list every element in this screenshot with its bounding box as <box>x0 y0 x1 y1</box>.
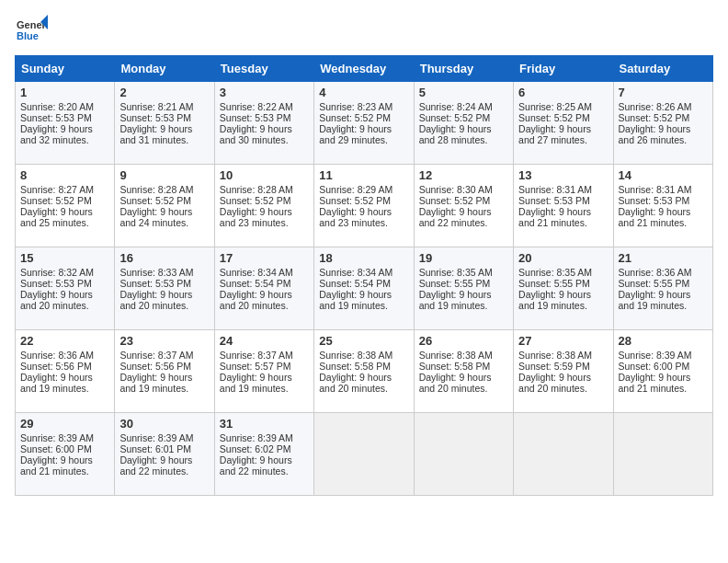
day-info: Sunrise: 8:26 AM <box>619 101 708 112</box>
day-number: 31 <box>220 417 309 431</box>
week-row-5: 29Sunrise: 8:39 AMSunset: 6:00 PMDayligh… <box>16 413 713 496</box>
calendar-cell: 22Sunrise: 8:36 AMSunset: 5:56 PMDayligh… <box>16 330 115 413</box>
day-info: Daylight: 9 hours and 20 minutes. <box>20 289 109 311</box>
week-row-3: 15Sunrise: 8:32 AMSunset: 5:53 PMDayligh… <box>16 247 713 330</box>
calendar-cell: 13Sunrise: 8:31 AMSunset: 5:53 PMDayligh… <box>514 165 613 247</box>
calendar-cell: 21Sunrise: 8:36 AMSunset: 5:55 PMDayligh… <box>613 247 712 330</box>
day-info: Daylight: 9 hours and 19 minutes. <box>619 289 708 311</box>
day-info: Sunset: 5:59 PM <box>518 361 608 372</box>
day-number: 16 <box>119 251 209 265</box>
calendar-cell: 6Sunrise: 8:25 AMSunset: 5:52 PMDaylight… <box>514 82 613 165</box>
day-info: Sunrise: 8:28 AM <box>119 184 209 195</box>
day-info: Sunrise: 8:21 AM <box>119 101 209 112</box>
day-info: Sunset: 5:52 PM <box>518 112 608 123</box>
day-number: 29 <box>20 417 109 431</box>
day-info: Daylight: 9 hours and 22 minutes. <box>119 454 209 477</box>
day-info: Sunset: 5:53 PM <box>20 278 109 289</box>
day-info: Daylight: 9 hours and 19 minutes. <box>20 372 109 394</box>
day-info: Sunset: 5:58 PM <box>419 361 508 372</box>
calendar-cell: 2Sunrise: 8:21 AMSunset: 5:53 PMDaylight… <box>115 82 214 165</box>
day-info: Sunset: 5:52 PM <box>319 195 408 206</box>
day-info: Sunset: 5:52 PM <box>419 195 508 206</box>
day-number: 23 <box>119 334 209 348</box>
day-info: Sunrise: 8:36 AM <box>619 267 708 278</box>
day-info: Sunrise: 8:35 AM <box>518 267 608 278</box>
day-info: Daylight: 9 hours and 19 minutes. <box>119 372 209 394</box>
day-info: Daylight: 9 hours and 29 minutes. <box>319 123 408 145</box>
day-number: 21 <box>619 251 708 265</box>
day-info: Daylight: 9 hours and 21 minutes. <box>619 206 708 228</box>
day-info: Sunrise: 8:36 AM <box>20 350 109 361</box>
day-info: Sunset: 5:56 PM <box>119 361 209 372</box>
day-info: Sunrise: 8:27 AM <box>20 184 109 195</box>
day-info: Daylight: 9 hours and 22 minutes. <box>220 454 309 477</box>
day-info: Sunrise: 8:39 AM <box>20 432 109 443</box>
day-info: Sunset: 5:53 PM <box>119 112 209 123</box>
day-number: 14 <box>619 168 708 182</box>
day-number: 9 <box>119 168 209 182</box>
week-row-4: 22Sunrise: 8:36 AMSunset: 5:56 PMDayligh… <box>16 330 713 413</box>
day-info: Sunrise: 8:31 AM <box>518 184 608 195</box>
calendar-cell: 17Sunrise: 8:34 AMSunset: 5:54 PMDayligh… <box>214 247 313 330</box>
day-info: Sunrise: 8:32 AM <box>20 267 109 278</box>
calendar-cell: 14Sunrise: 8:31 AMSunset: 5:53 PMDayligh… <box>613 165 712 247</box>
day-info: Sunset: 6:00 PM <box>20 443 109 454</box>
calendar-cell: 9Sunrise: 8:28 AMSunset: 5:52 PMDaylight… <box>115 165 214 247</box>
day-info: Sunset: 5:55 PM <box>419 278 508 289</box>
col-header-sunday: Sunday <box>16 56 115 82</box>
calendar-cell: 25Sunrise: 8:38 AMSunset: 5:58 PMDayligh… <box>314 330 414 413</box>
day-info: Sunrise: 8:33 AM <box>119 267 209 278</box>
day-number: 6 <box>518 86 608 99</box>
day-info: Sunset: 5:52 PM <box>220 195 309 206</box>
calendar-cell: 24Sunrise: 8:37 AMSunset: 5:57 PMDayligh… <box>214 330 313 413</box>
day-info: Sunset: 5:53 PM <box>20 112 109 123</box>
calendar-cell: 31Sunrise: 8:39 AMSunset: 6:02 PMDayligh… <box>214 413 313 496</box>
day-info: Daylight: 9 hours and 28 minutes. <box>419 123 508 145</box>
day-info: Daylight: 9 hours and 31 minutes. <box>119 123 209 145</box>
day-number: 25 <box>319 334 408 348</box>
day-info: Daylight: 9 hours and 30 minutes. <box>220 123 309 145</box>
calendar-cell: 12Sunrise: 8:30 AMSunset: 5:52 PMDayligh… <box>414 165 513 247</box>
calendar-cell <box>613 413 712 496</box>
day-info: Sunrise: 8:29 AM <box>319 184 408 195</box>
day-info: Sunrise: 8:22 AM <box>220 101 309 112</box>
week-row-1: 1Sunrise: 8:20 AMSunset: 5:53 PMDaylight… <box>16 82 713 165</box>
day-info: Sunset: 5:53 PM <box>119 278 209 289</box>
day-number: 10 <box>220 168 309 182</box>
day-number: 12 <box>419 168 508 182</box>
calendar-cell: 27Sunrise: 8:38 AMSunset: 5:59 PMDayligh… <box>514 330 613 413</box>
day-number: 7 <box>619 86 708 99</box>
logo: General Blue <box>15 15 48 48</box>
day-info: Daylight: 9 hours and 19 minutes. <box>319 289 408 311</box>
day-number: 11 <box>319 168 408 182</box>
calendar-cell: 8Sunrise: 8:27 AMSunset: 5:52 PMDaylight… <box>16 165 115 247</box>
day-info: Sunset: 5:55 PM <box>518 278 608 289</box>
calendar-cell: 11Sunrise: 8:29 AMSunset: 5:52 PMDayligh… <box>314 165 414 247</box>
day-info: Sunset: 6:00 PM <box>619 361 708 372</box>
day-info: Sunset: 5:52 PM <box>20 195 109 206</box>
day-number: 19 <box>419 251 508 265</box>
calendar-cell <box>414 413 513 496</box>
day-info: Sunrise: 8:39 AM <box>619 350 708 361</box>
day-info: Sunrise: 8:38 AM <box>518 350 608 361</box>
day-info: Sunrise: 8:24 AM <box>419 101 508 112</box>
logo-icon: General Blue <box>15 15 48 48</box>
day-number: 24 <box>220 334 309 348</box>
col-header-tuesday: Tuesday <box>214 56 313 82</box>
calendar-cell: 5Sunrise: 8:24 AMSunset: 5:52 PMDaylight… <box>414 82 513 165</box>
day-number: 28 <box>619 334 708 348</box>
day-info: Daylight: 9 hours and 20 minutes. <box>119 289 209 311</box>
calendar-cell: 3Sunrise: 8:22 AMSunset: 5:53 PMDaylight… <box>214 82 313 165</box>
day-info: Sunset: 6:02 PM <box>220 443 309 454</box>
calendar-cell: 30Sunrise: 8:39 AMSunset: 6:01 PMDayligh… <box>115 413 214 496</box>
calendar-cell: 23Sunrise: 8:37 AMSunset: 5:56 PMDayligh… <box>115 330 214 413</box>
col-header-monday: Monday <box>115 56 214 82</box>
day-info: Sunrise: 8:23 AM <box>319 101 408 112</box>
day-number: 5 <box>419 86 508 99</box>
col-header-wednesday: Wednesday <box>314 56 414 82</box>
day-number: 27 <box>518 334 608 348</box>
week-row-2: 8Sunrise: 8:27 AMSunset: 5:52 PMDaylight… <box>16 165 713 247</box>
day-info: Sunset: 5:58 PM <box>319 361 408 372</box>
day-number: 18 <box>319 251 408 265</box>
day-info: Daylight: 9 hours and 20 minutes. <box>319 372 408 394</box>
